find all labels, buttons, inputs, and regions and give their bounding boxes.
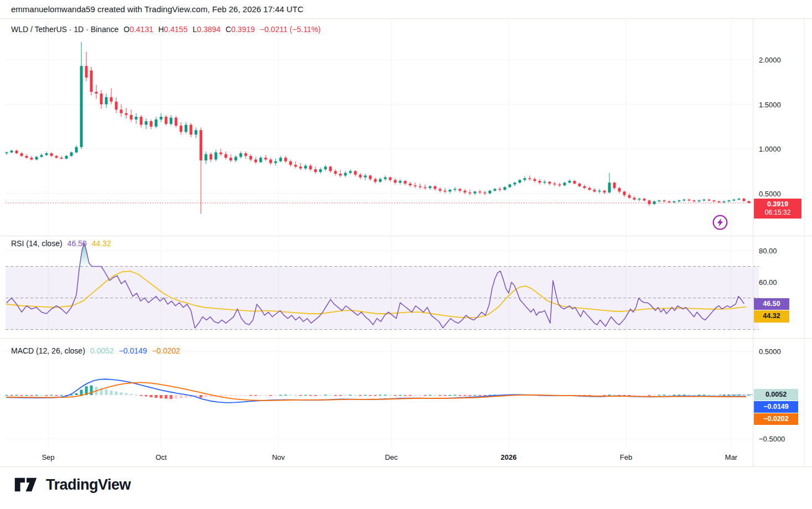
- macd-signal-value: −0.0202: [152, 346, 180, 355]
- symbol-legend: WLD / TetherUS · 1D · Binance O0.4131 H0…: [11, 25, 321, 34]
- ohlc-low: L0.3894: [193, 25, 221, 34]
- macd-legend: MACD (12, 26, close) 0.0052 −0.0149 −0.0…: [11, 346, 180, 355]
- brand-name: TradingView: [46, 476, 131, 494]
- time-scale[interactable]: SepOctNovDec2026FebMar: [0, 448, 753, 466]
- tradingview-logo[interactable]: TradingView: [14, 475, 131, 495]
- rsi-title[interactable]: RSI (14, close): [11, 239, 63, 248]
- time-label-nov: Nov: [272, 453, 285, 461]
- tradingview-logo-icon: [14, 475, 39, 495]
- ohlc-close: C0.3919: [226, 25, 255, 34]
- time-label-2026: 2026: [501, 453, 517, 461]
- rsi-value-badge: 46.50: [754, 298, 789, 310]
- rsi-ma-value: 44.32: [92, 239, 111, 248]
- tradingview-published-chart: emmanuelomwanda59 created with TradingVi…: [0, 0, 812, 509]
- macd-hist-value: 0.0052: [90, 346, 114, 355]
- rsi-ma-value-badge: 44.32: [754, 310, 789, 323]
- last-price-badge: 0.3919 06:15:32: [754, 199, 801, 219]
- macd-signal-badge: −0.0202: [754, 413, 798, 425]
- rsi-value: 46.50: [68, 239, 87, 248]
- ohlc-high: H0.4155: [158, 25, 188, 34]
- macd-title[interactable]: MACD (12, 26, close): [11, 346, 85, 355]
- macd-line-badge: −0.0149: [754, 401, 798, 413]
- ohlc-open: O0.4131: [123, 25, 153, 34]
- time-label-feb: Feb: [620, 453, 632, 461]
- symbol-title[interactable]: WLD / TetherUS · 1D · Binance: [11, 25, 118, 34]
- lightning-boost-icon: [712, 214, 728, 231]
- macd-line-value: −0.0149: [119, 346, 147, 355]
- change-value: −0.0211 (−5.11%): [260, 25, 321, 34]
- chart-canvas[interactable]: [0, 0, 812, 468]
- countdown-timer: 06:15:32: [765, 209, 791, 217]
- rsi-legend: RSI (14, close) 46.50 44.32: [11, 239, 111, 248]
- time-label-oct: Oct: [156, 453, 167, 461]
- time-label-mar: Mar: [725, 453, 737, 461]
- time-label-sep: Sep: [42, 453, 54, 461]
- time-label-dec: Dec: [385, 453, 397, 461]
- macd-hist-badge: 0.0052: [754, 389, 798, 401]
